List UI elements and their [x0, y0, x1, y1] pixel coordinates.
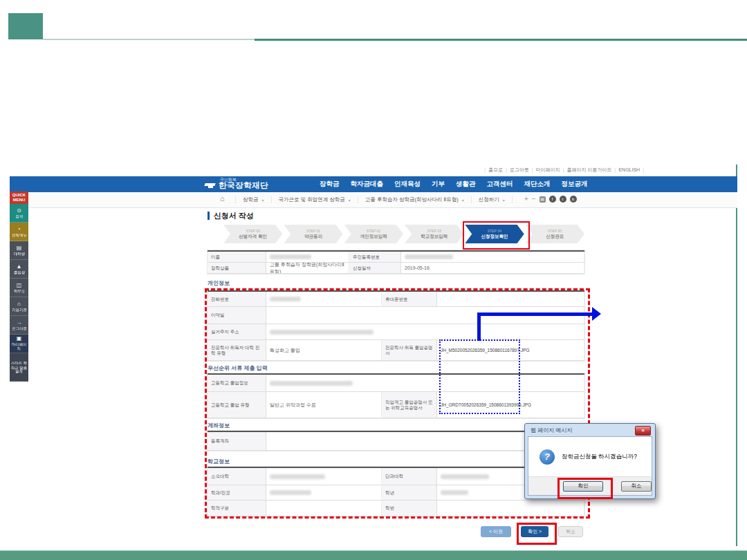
quick-menu-item-label: 검색 [15, 214, 23, 218]
redacted-value [270, 381, 353, 386]
step-label: 학교정보입력 [421, 234, 448, 239]
utility-link[interactable]: 홈페이지 이용가이드 [567, 167, 612, 172]
twitter-icon[interactable]: t [560, 196, 566, 203]
quick-menu-item-label: 마이페이지 [10, 343, 27, 351]
slide-accent-square [8, 13, 43, 39]
quick-menu-item-label: 학부모 [13, 289, 24, 293]
step-개인정보입력: STEP 02개인정보입력 [344, 225, 403, 243]
nav-item[interactable]: 고객센터 [487, 180, 513, 189]
field-value: 특성화고 졸업 [266, 340, 382, 361]
zoom-out-icon[interactable]: − [532, 196, 536, 203]
breadcrumb-bar: ⌂ 장학금▾국가근로 및 취업연계 장학금▾고졸 후학습자 장학금(희망사다리 … [10, 192, 737, 208]
prev-button[interactable]: < 이전 [481, 526, 511, 537]
field-label: 직업계고 졸업증명서 또는 위탁교육증명서 [382, 392, 437, 418]
quick-menu-item[interactable]: ▲졸업생 [10, 260, 28, 279]
quick-menu-item-label: 스마트 학자금 맞춤설계 [10, 362, 27, 374]
nav-item[interactable]: 장학금 [320, 180, 340, 189]
close-icon[interactable]: × [635, 426, 651, 436]
field-label: 실거주지 주소 [208, 324, 266, 340]
personal-info-table: 전화번호휴대폰번호이메일실거주지 주소전문학사 취득자 대학 진학 유형특성화고… [208, 290, 584, 361]
field-value: JH_M5020052026359_1508601167897.JPG [437, 340, 584, 361]
field-label: 소속대학 [208, 468, 266, 485]
confirm-button[interactable]: 확인 > [521, 526, 548, 537]
slide-divider-line-dark [255, 39, 747, 41]
field-label: 신청일자 [349, 263, 401, 274]
utility-link[interactable]: 홈으로 [488, 167, 503, 172]
section-title-school: 학교정보 [208, 458, 230, 465]
redacted-value [441, 474, 489, 479]
separator: | [532, 167, 533, 172]
cancel-button[interactable]: 취소 [558, 526, 583, 537]
breadcrumb-item-label: 고졸 후학습자 장학금(희망사다리 Ⅱ유형) [365, 196, 459, 203]
breadcrumb-item[interactable]: 국가근로 및 취업연계 장학금▾ [272, 196, 358, 203]
chevron-down-icon: ▾ [262, 198, 264, 203]
field-value [266, 375, 584, 392]
logout-icon: → [17, 320, 22, 326]
quick-menu-item-label: 대학생 [13, 252, 24, 256]
breadcrumb-item-label: 신청하기 [479, 196, 499, 203]
field-label: 이름 [208, 252, 266, 263]
quick-menu-item[interactable]: ▣마이페이지 [10, 335, 28, 353]
kosaf-logo[interactable]: 국민행복 한국장학재단 [205, 176, 268, 192]
blue-arrow-head [592, 307, 601, 321]
field-value: 고졸 후학습자 장학금(희망사다리Ⅱ유형) [266, 263, 349, 274]
field-label: 학번 [382, 501, 437, 516]
separator: | [643, 167, 644, 172]
search-icon: ⊙ [17, 208, 21, 214]
nav-item[interactable]: 정보공개 [562, 180, 588, 189]
dialog-ok-button[interactable]: 확인 [563, 481, 603, 492]
step-선발자격 확인: STEP 00선발자격 확인 [223, 225, 282, 243]
field-label: 전문학사 취득자 대학 진학 유형 [208, 340, 266, 361]
field-label: 장학상품 [208, 263, 266, 274]
field-value: 일반고 위탁과정 수료 [266, 392, 382, 418]
quick-menu-item[interactable]: ⊙검색 [10, 204, 28, 223]
step-약관동의: STEP 01약관동의 [284, 225, 342, 243]
redacted-value [270, 297, 301, 301]
breadcrumb-item[interactable]: 신청하기▾ [472, 196, 513, 203]
zoom-in-icon[interactable]: + [524, 196, 528, 203]
section-title-account: 계좌정보 [208, 422, 230, 429]
graduation-cap-logo-icon [205, 181, 215, 188]
step-label: 선발자격 확인 [239, 234, 267, 239]
main-nav: 장학금학자금대출인재육성기부생활관고객센터재단소개정보공개 [320, 176, 588, 192]
quick-menu-item[interactable]: →로그아웃 [10, 316, 28, 335]
step-indicator: STEP 00선발자격 확인STEP 01약관동의STEP 02개인정보입력ST… [223, 225, 584, 243]
field-value [266, 292, 382, 307]
blog-icon[interactable]: b [570, 196, 577, 203]
quick-menu-item[interactable]: ◔전체메뉴 [10, 223, 28, 241]
quick-menu-item-label: 졸업생 [13, 270, 24, 274]
quick-menu-item[interactable]: ▤대학생 [10, 241, 28, 260]
nav-item[interactable]: 재단소개 [524, 180, 551, 189]
lock-icon: ▣ [17, 336, 22, 342]
global-nav-bar: 국민행복 한국장학재단 장학금학자금대출인재육성기부생활관고객센터재단소개정보공… [10, 176, 737, 192]
field-label: 단과대학 [382, 468, 437, 485]
quick-menu-item[interactable]: ⌂기업기관 [10, 297, 28, 316]
separator: | [615, 167, 616, 172]
field-label: 고등학교 졸업정보 [208, 375, 266, 392]
utility-link[interactable]: 로그아웃 [510, 167, 529, 172]
home-icon[interactable]: ⌂ [220, 195, 225, 203]
utility-link[interactable]: 마이페이지 [536, 167, 560, 172]
question-icon: ? [540, 449, 555, 465]
field-label: 학년 [382, 485, 437, 501]
slide-footer-bar [0, 550, 747, 560]
field-value: JH_GRDT0052026359_1508601393995.JPG [437, 392, 584, 418]
field-label: 주민등록번호 [349, 252, 401, 263]
step-number: STEP 03 [427, 230, 441, 234]
redacted-value [270, 254, 311, 259]
utility-link[interactable]: ENGLISH [618, 167, 640, 172]
breadcrumb-item[interactable]: 장학금▾ [235, 196, 272, 203]
facebook-icon[interactable]: f [549, 196, 556, 203]
nav-item[interactable]: 학자금대출 [351, 180, 384, 189]
nav-item[interactable]: 기부 [432, 180, 445, 189]
quick-menu-item[interactable]: ◫학부모 [10, 279, 28, 297]
print-icon[interactable]: ▤ [540, 196, 546, 203]
breadcrumb-item[interactable]: 고졸 후학습자 장학금(희망사다리 Ⅱ유형)▾ [358, 196, 472, 203]
step-신청완료: STEP 05신청완료 [526, 225, 584, 243]
nav-item[interactable]: 인재육성 [394, 180, 421, 189]
nav-item[interactable]: 생활관 [456, 180, 476, 189]
dialog-cancel-button[interactable]: 취소 [621, 481, 652, 492]
quick-menu-item[interactable]: 스마트 학자금 맞춤설계 [10, 353, 28, 382]
logo-tagline: 국민행복 [220, 178, 237, 182]
step-label: 신청완료 [546, 234, 564, 239]
